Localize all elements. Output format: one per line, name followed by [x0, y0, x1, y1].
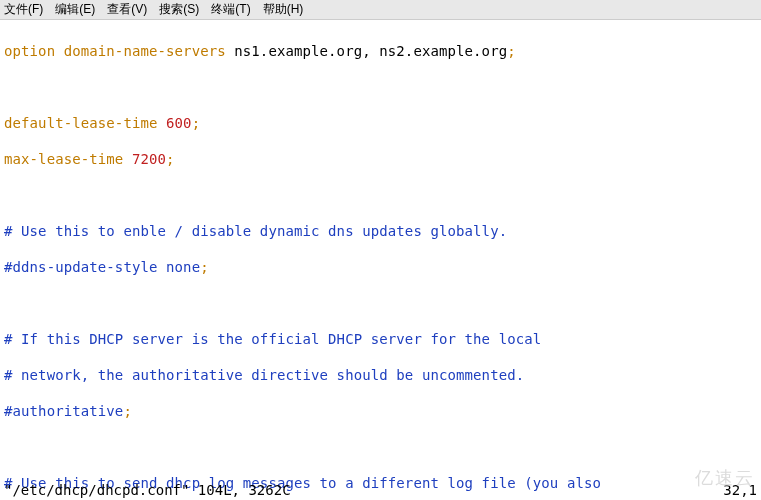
code-text: ; [200, 259, 209, 275]
menubar: 文件(F) 编辑(E) 查看(V) 搜索(S) 终端(T) 帮助(H) [0, 0, 761, 20]
code-comment: #ddns-update-style none [4, 259, 200, 275]
code-comment: # If this DHCP server is the official DH… [4, 331, 541, 347]
menu-term[interactable]: 终端(T) [211, 1, 250, 18]
menu-edit[interactable]: 编辑(E) [55, 1, 95, 18]
menu-view[interactable]: 查看(V) [107, 1, 147, 18]
code-text: ; [507, 43, 516, 59]
code-text: ns1.example.org, ns2.example.org [226, 43, 507, 59]
editor-area[interactable]: option domain-name-servers ns1.example.o… [0, 20, 761, 500]
code-text: default-lease-time [4, 115, 166, 131]
code-text: option domain-name-servers [4, 43, 226, 59]
code-text: 7200 [132, 151, 166, 167]
code-comment: #authoritative [4, 403, 123, 419]
menu-search[interactable]: 搜索(S) [159, 1, 199, 18]
code-text: ; [192, 115, 201, 131]
status-file-info: "/etc/dhcp/dhcpd.conf" 104L, 3262C [4, 482, 723, 498]
code-text: ; [166, 151, 175, 167]
code-text: max-lease-time [4, 151, 132, 167]
code-comment: # network, the authoritative directive s… [4, 367, 524, 383]
statusbar: "/etc/dhcp/dhcpd.conf" 104L, 3262C 32,1 [4, 482, 757, 498]
status-cursor-pos: 32,1 [723, 482, 757, 498]
code-text: 600 [166, 115, 192, 131]
menu-help[interactable]: 帮助(H) [263, 1, 304, 18]
code-comment: # Use this to enble / disable dynamic dn… [4, 223, 507, 239]
menu-file[interactable]: 文件(F) [4, 1, 43, 18]
code-text: ; [123, 403, 132, 419]
